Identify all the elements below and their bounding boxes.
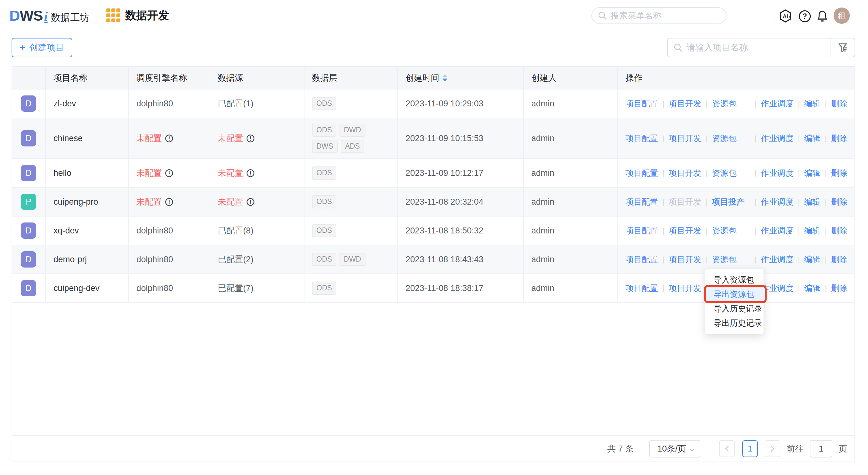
created-time-cell: 2023-11-08 18:43:43 — [398, 245, 524, 274]
op-link[interactable]: 删除 — [831, 225, 847, 236]
table-row: Pcuipeng-pro未配置未配置ODS2023-11-08 20:32:04… — [12, 188, 854, 217]
sort-desc-icon[interactable] — [442, 78, 447, 82]
op-link[interactable]: 资源包 — [712, 98, 750, 109]
op-link[interactable]: 作业调度 — [761, 225, 794, 236]
op-link[interactable]: 编辑 — [804, 254, 820, 265]
op-link[interactable]: 项目配置 — [625, 196, 658, 208]
project-filter-group — [667, 38, 855, 57]
prev-page-button[interactable] — [719, 440, 735, 457]
op-link[interactable]: 编辑 — [804, 168, 820, 179]
op-link[interactable]: 作业调度 — [761, 133, 794, 144]
creator-cell: admin — [524, 188, 618, 216]
action-separator: | — [825, 226, 827, 235]
op-link[interactable]: 作业调度 — [761, 283, 794, 294]
layer-tag: DWD — [340, 124, 366, 137]
actions-cell: 项目配置|项目开发|项目投产|作业调度|编辑|删除 — [618, 188, 854, 216]
action-links: 项目配置|项目开发|资源包|作业调度|编辑|删除 — [625, 254, 847, 265]
menu-item-import-history[interactable]: 导入历史记录 — [705, 301, 764, 316]
action-separator: | — [754, 134, 756, 143]
ai-assistant-icon[interactable]: AI — [778, 9, 793, 23]
op-link[interactable]: 资源包 — [712, 168, 750, 179]
creator: admin — [531, 197, 555, 207]
table-row: Dxq-devdolphin80已配置(8)ODS2023-11-08 18:5… — [12, 217, 854, 245]
op-link[interactable]: 项目配置 — [625, 283, 658, 294]
notification-bell-icon[interactable] — [815, 9, 829, 23]
op-link[interactable]: 项目投产 — [712, 196, 750, 208]
project-search-field[interactable] — [667, 38, 830, 57]
op-link[interactable]: 资源包 — [712, 254, 750, 265]
user-avatar[interactable]: 租 — [834, 7, 850, 24]
creator: admin — [531, 168, 555, 178]
datalayer-cell: ODSDWD — [305, 245, 398, 274]
help-icon[interactable]: ? — [798, 10, 811, 23]
app-switcher[interactable]: 数据开发 — [106, 8, 169, 23]
action-separator: | — [706, 226, 708, 235]
menu-item-export-history[interactable]: 导出历史记录 — [705, 316, 764, 330]
datasource-value: 未配置 — [218, 196, 243, 208]
creator-cell: admin — [524, 217, 618, 245]
datasource-cell: 已配置(8) — [210, 217, 305, 245]
action-separator: | — [662, 197, 664, 206]
op-link[interactable]: 项目配置 — [625, 254, 658, 265]
op-link[interactable]: 项目配置 — [625, 225, 658, 236]
project-search-input[interactable] — [686, 42, 818, 53]
engine-value: dolphin80 — [136, 284, 173, 293]
layer-tag: ODS — [312, 195, 336, 209]
op-link[interactable]: 编辑 — [804, 98, 820, 109]
created-time: 2023-11-08 20:32:04 — [405, 197, 484, 207]
menu-search[interactable] — [591, 7, 726, 24]
op-link[interactable]: 编辑 — [804, 133, 820, 144]
op-link[interactable]: 项目开发 — [669, 254, 701, 265]
op-link[interactable]: 删除 — [831, 254, 847, 265]
op-link[interactable]: 项目配置 — [625, 98, 658, 109]
op-link[interactable]: 作业调度 — [761, 98, 794, 109]
menu-item-export-package[interactable]: 导出资源包 — [705, 287, 764, 301]
op-link[interactable]: 项目开发 — [669, 133, 701, 144]
action-separator: | — [798, 226, 800, 235]
sort-asc-icon[interactable] — [442, 74, 447, 77]
op-link[interactable]: 编辑 — [804, 225, 820, 236]
action-separator: | — [662, 226, 664, 235]
sort-carets-icon[interactable] — [442, 74, 447, 82]
action-separator: | — [662, 255, 664, 264]
op-link[interactable]: 项目配置 — [625, 133, 658, 144]
brand-logo: D WS i 数据工坊 — [9, 7, 90, 24]
op-link[interactable]: 删除 — [831, 168, 847, 179]
apps-grid-icon — [106, 8, 120, 22]
filter-button[interactable] — [830, 38, 855, 57]
created-time-cell: 2023-11-09 10:15:53 — [398, 118, 524, 158]
page-size-select[interactable]: 10条/页 ⌄ — [649, 440, 700, 457]
op-link[interactable]: 作业调度 — [761, 196, 794, 208]
project-name: cuipeng-dev — [54, 284, 99, 293]
create-project-button[interactable]: + 创建项目 — [11, 38, 72, 57]
action-links: 项目配置|项目开发|项目投产|作业调度|编辑|删除 — [625, 196, 847, 208]
warning-icon — [165, 134, 173, 143]
menu-search-input[interactable] — [611, 11, 714, 21]
op-link[interactable]: 删除 — [831, 98, 847, 109]
op-link[interactable]: 编辑 — [804, 283, 820, 294]
op-link[interactable]: 作业调度 — [761, 254, 794, 265]
project-name: chinese — [54, 134, 83, 143]
op-link[interactable]: 项目开发 — [669, 98, 701, 109]
op-link[interactable]: 作业调度 — [761, 168, 794, 179]
op-link[interactable]: 删除 — [831, 133, 847, 144]
goto-page-input[interactable] — [810, 440, 832, 457]
op-link[interactable]: 项目配置 — [625, 168, 658, 179]
op-link[interactable]: 项目开发 — [669, 225, 701, 236]
next-page-button[interactable] — [765, 440, 780, 457]
op-link[interactable]: 删除 — [831, 283, 847, 294]
datasource-value: 已配置(8) — [218, 225, 253, 236]
op-link[interactable]: 资源包 — [712, 225, 750, 236]
warning-icon — [246, 134, 255, 143]
op-link[interactable]: 项目开发 — [669, 283, 701, 294]
current-page-button[interactable]: 1 — [742, 440, 758, 457]
creator-cell: admin — [524, 274, 618, 302]
action-separator: | — [825, 255, 827, 264]
op-link[interactable]: 编辑 — [804, 196, 820, 208]
menu-item-import-package[interactable]: 导入资源包 — [705, 273, 764, 287]
project-type-badge: D — [21, 165, 36, 181]
project-name: zl-dev — [54, 99, 76, 108]
op-link[interactable]: 资源包 — [712, 133, 750, 144]
op-link[interactable]: 删除 — [831, 196, 847, 208]
op-link[interactable]: 项目开发 — [669, 168, 701, 179]
